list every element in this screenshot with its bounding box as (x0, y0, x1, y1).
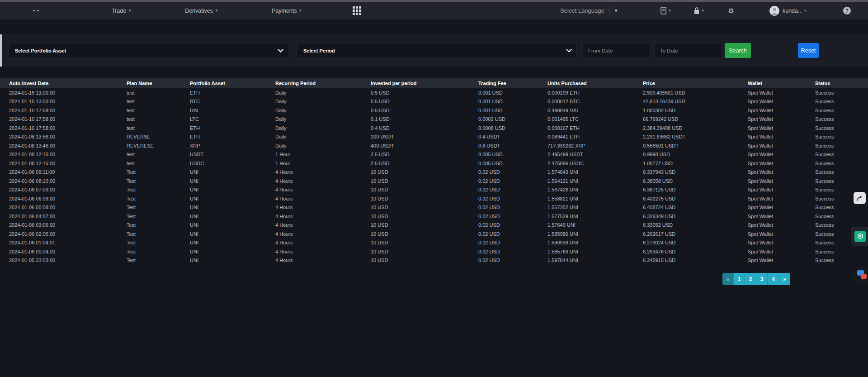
table-row[interactable]: 2024-01-06 03:06:00TestUNI4 Hours10 USD0… (0, 221, 868, 230)
table-row[interactable]: 2024-01-05 23:03:00TestUNI4 Hours10 USD0… (0, 256, 868, 265)
filter-panel: Select Portfolio Asset Select Period Sea… (0, 34, 868, 67)
search-button[interactable]: Search (725, 43, 751, 58)
nav-menu-item[interactable]: Derivatives ▼ (185, 8, 218, 14)
table-cell: 4 Hours (275, 258, 371, 263)
table-cell: 4 Hours (275, 187, 371, 192)
table-cell: 2.475886 USDC (547, 161, 643, 166)
table-cell: 10 USD (371, 222, 478, 228)
table-row[interactable]: 2024-01-08 12:15:00testUSDC1 Hour2.5 USD… (0, 159, 868, 168)
wallet-lock-menu[interactable]: ▼ (693, 7, 705, 14)
table-cell: 10 USD (371, 249, 478, 254)
table-cell: 0.000167 ETH (547, 125, 643, 131)
table-cell: 0.02 USD (478, 169, 547, 175)
period-select[interactable]: Select Period (297, 43, 577, 58)
table-cell: 2024-01-06 03:06:00 (9, 222, 127, 228)
user-menu[interactable]: kunda.. ▾ (769, 6, 806, 16)
table-row[interactable]: 2024-01-08 13:46:00REVERESEXRPDaily400 U… (0, 141, 868, 150)
table-cell: 1.567426 UNI (547, 187, 643, 192)
share-widget-button[interactable] (854, 192, 866, 204)
table-row[interactable]: 2024-01-08 12:15:00testUSDT1 Hour2.5 USD… (0, 150, 868, 159)
table-cell: 1.574643 UNI (547, 169, 643, 175)
table-cell: ETH (190, 134, 275, 139)
table-cell: UNI (190, 222, 275, 228)
pagination-page-button[interactable]: 1 (734, 273, 745, 285)
chatgpt-extension-button[interactable] (851, 227, 868, 246)
table-cell: Spot Wallet (748, 187, 815, 192)
table-cell: 0.02 USD (478, 249, 547, 254)
table-row[interactable]: 2024-01-15 13:00:00testBTCDaily0.5 USD0.… (0, 97, 868, 106)
table-row[interactable]: 2024-01-15 13:00:00testETHDaily0.5 USD0.… (0, 88, 868, 97)
table-cell: 0.9998 USD (643, 152, 748, 157)
pagination-next-button[interactable]: » (779, 273, 790, 285)
table-cell: 2024-01-06 06:09:00 (9, 196, 127, 201)
table-cell: 400 USDT (371, 143, 478, 148)
table-row[interactable]: 2024-01-06 05:08:00TestUNI4 Hours10 USD0… (0, 203, 868, 212)
orders-notebook-menu[interactable]: ▼ (660, 7, 672, 14)
table-row[interactable]: 2024-01-10 17:58:00testLTCDaily0.1 USD0.… (0, 115, 868, 124)
nav-menu-item[interactable]: Trade ▼ (112, 8, 132, 14)
table-cell: 10 USD (371, 196, 478, 201)
table-cell: test (127, 99, 190, 104)
table-cell: Success (815, 249, 868, 254)
settings-button[interactable]: ⚙ (728, 7, 734, 15)
table-cell: 42,613.16439 USD (643, 99, 748, 104)
table-cell: 2024-01-08 12:15:00 (9, 152, 127, 157)
portfolio-asset-select[interactable]: Select Portfolio Asset (8, 43, 288, 58)
table-cell: 0.001 USD (478, 108, 547, 113)
table-cell: UNI (190, 214, 275, 219)
table-row[interactable]: 2024-01-06 06:09:00TestUNI4 Hours10 USD0… (0, 194, 868, 203)
table-row[interactable]: 2024-01-06 09:11:00TestUNI4 Hours10 USD0… (0, 168, 868, 177)
table-cell: Success (815, 205, 868, 210)
table-row[interactable]: 2024-01-06 01:04:01TestUNI4 Hours10 USD0… (0, 239, 868, 248)
table-cell: Daily (275, 116, 371, 122)
table-cell: 0.02 USD (478, 196, 547, 201)
table-cell: UNI (190, 196, 275, 201)
table-row[interactable]: 2024-01-10 17:58:00testETHDaily0.4 USD0.… (0, 124, 868, 133)
table-cell: 0.498849 DAI (547, 108, 643, 113)
table-cell: 1 Hour (275, 152, 371, 157)
table-cell: UNI (190, 231, 275, 237)
logo[interactable] (33, 10, 39, 11)
language-selector[interactable]: Select Language ▼ (560, 7, 618, 14)
table-row[interactable]: 2024-01-06 08:10:00TestUNI4 Hours10 USD0… (0, 177, 868, 186)
table-cell: Daily (275, 90, 371, 95)
table-cell: UNI (190, 187, 275, 192)
pagination-page-button[interactable]: 4 (768, 273, 779, 285)
table-cell: 2024-01-08 12:15:00 (9, 161, 127, 166)
table-body: 2024-01-15 13:00:00testETHDaily0.5 USD0.… (0, 88, 868, 265)
pagination-page-button[interactable]: 2 (745, 273, 756, 285)
apps-grid-icon[interactable] (353, 6, 361, 15)
table-cell: 6.408724 USD (643, 205, 748, 210)
chatgpt-icon (854, 231, 866, 242)
nav-menu-item[interactable]: Payments ▼ (272, 8, 302, 14)
pagination-page-button[interactable]: 3 (756, 273, 768, 285)
table-row[interactable]: 2024-01-06 00:04:00TestUNI4 Hours10 USD0… (0, 247, 868, 256)
pagination-prev-button[interactable]: « (722, 273, 734, 285)
table-cell: Spot Wallet (748, 231, 815, 237)
table-row[interactable]: 2024-01-10 17:58:00testDAIDaily0.5 USD0.… (0, 106, 868, 115)
table-row[interactable]: 2024-01-08 13:56:00REVERSEETHDaily200 US… (0, 133, 868, 142)
table-cell: ETH (190, 125, 275, 131)
table-header-cell: Units Purchased (547, 81, 643, 86)
from-date-input[interactable] (582, 43, 650, 58)
separator (609, 7, 609, 14)
to-date-input[interactable] (654, 43, 722, 58)
table-row[interactable]: 2024-01-06 04:07:00TestUNI4 Hours10 USD0… (0, 212, 868, 221)
table-cell: 1.590939 UNI (547, 240, 643, 245)
notebook-icon (660, 7, 667, 14)
table-cell: 0.8 USDT (478, 143, 547, 148)
chat-extension-button[interactable] (854, 267, 868, 284)
table-cell: 0.02 USD (478, 240, 547, 245)
nav-menu-label: Payments (272, 8, 297, 14)
help-icon[interactable]: ? (843, 7, 851, 14)
table-cell: Test (127, 258, 190, 263)
table-cell: 6.245915 USD (643, 258, 748, 263)
table-row[interactable]: 2024-01-06 02:05:00TestUNI4 Hours10 USD0… (0, 229, 868, 239)
table-header-cell: Status (815, 81, 868, 86)
table-row[interactable]: 2024-01-06 07:09:00TestUNI4 Hours10 USD0… (0, 186, 868, 195)
table-cell: Success (815, 258, 868, 263)
table-cell: 0.1 USD (371, 116, 478, 122)
avatar (769, 6, 779, 16)
reset-button[interactable]: Reset (798, 43, 819, 58)
table-cell: 6.273024 USD (643, 240, 748, 245)
